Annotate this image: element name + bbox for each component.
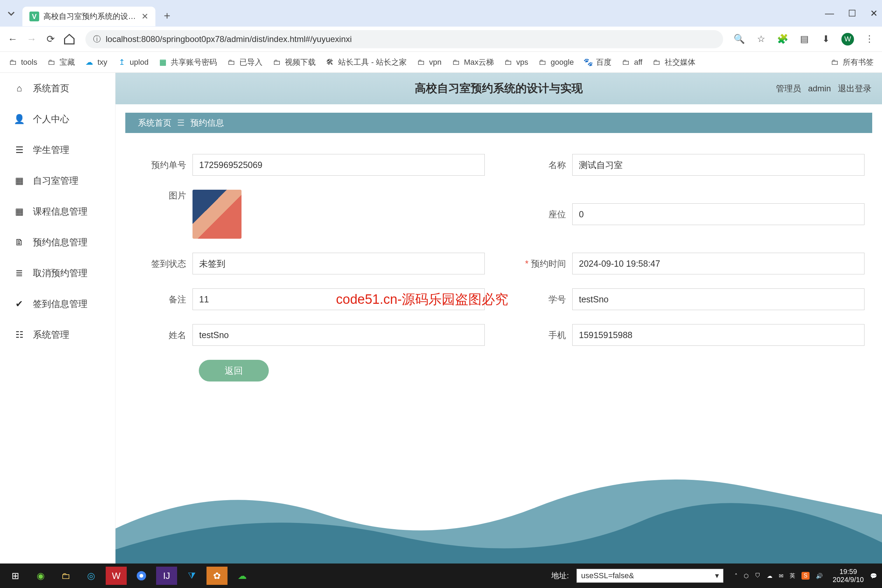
bookmark-star-icon[interactable]: ☆ [754, 33, 767, 45]
breadcrumb-home[interactable]: 系统首页 [138, 117, 171, 129]
bookmark-item[interactable]: 🗀宝藏 [47, 57, 75, 68]
sno-input[interactable] [572, 288, 864, 310]
sidebar-item-system[interactable]: ☷系统管理 [0, 319, 115, 350]
reload-button[interactable]: ⟳ [44, 33, 57, 45]
label-image: 图片 [133, 190, 192, 201]
sidebar-item-room[interactable]: ▦自习室管理 [0, 165, 115, 196]
taskbar-wechat[interactable]: ☁ [232, 567, 253, 585]
sidebar-item-course[interactable]: ▦课程信息管理 [0, 196, 115, 227]
bookmark-item[interactable]: 🗀社交媒体 [652, 57, 696, 68]
phone-input[interactable] [572, 324, 864, 346]
app-header: 高校自习室预约系统的设计与实现 管理员 admin 退出登录 [116, 73, 882, 104]
taskbar-vscode[interactable]: ⧩ [181, 567, 202, 585]
remark-input[interactable] [192, 288, 485, 310]
zoom-icon[interactable]: 🔍 [733, 33, 746, 45]
label-sname: 姓名 [133, 329, 192, 341]
bookmark-item[interactable]: 🗀视频下载 [272, 57, 316, 68]
start-button[interactable]: ⊞ [5, 567, 26, 585]
bookmark-item[interactable]: ☁txy [85, 58, 107, 67]
chevron-down-icon [4, 6, 18, 20]
site-info-icon[interactable]: ⓘ [93, 34, 101, 45]
logout-link[interactable]: 退出登录 [838, 83, 872, 94]
sidebar-item-cancel[interactable]: ≣取消预约管理 [0, 258, 115, 288]
bookmark-item[interactable]: 🗀tools [8, 58, 37, 67]
tab-search-dropdown[interactable] [4, 6, 18, 20]
taskbar-intellij[interactable]: IJ [156, 567, 177, 585]
close-window-button[interactable]: ✕ [870, 8, 878, 19]
tray-volume-icon[interactable]: 🔊 [816, 573, 823, 579]
label-remark: 备注 [133, 294, 192, 305]
tab-close-icon[interactable]: ✕ [141, 12, 148, 21]
breadcrumb: 系统首页 ☰ 预约信息 [125, 113, 872, 133]
home-button[interactable] [63, 33, 76, 45]
folder-icon: 🗀 [417, 58, 426, 67]
sidebar-item-students[interactable]: ☰学生管理 [0, 134, 115, 165]
taskbar-app[interactable]: ◉ [30, 567, 51, 585]
profile-avatar[interactable]: W [842, 33, 854, 45]
sidebar-item-home[interactable]: ⌂系统首页 [0, 73, 115, 104]
tray-icon[interactable]: ⬡ [744, 573, 748, 579]
folder-icon: 🗀 [47, 58, 56, 67]
menu-icon[interactable]: ⋮ [863, 33, 876, 45]
list-icon: ≣ [14, 268, 24, 278]
cloud-icon: ☁ [85, 58, 94, 67]
seat-input[interactable] [572, 203, 864, 225]
maximize-button[interactable]: ☐ [848, 8, 856, 19]
tray-up-icon[interactable]: ˄ [735, 573, 738, 579]
order-no-input[interactable] [192, 154, 485, 176]
header-user: admin [808, 84, 831, 93]
taskbar-app[interactable]: W [106, 567, 127, 585]
folder-icon: 🗀 [538, 58, 547, 67]
bookmark-item[interactable]: 🗀已导入 [227, 57, 262, 68]
name-input[interactable] [572, 154, 864, 176]
taskbar-explorer[interactable]: 🗀 [55, 567, 76, 585]
bookmark-item[interactable]: ▦共享账号密码 [158, 57, 217, 68]
new-tab-button[interactable]: + [164, 9, 171, 22]
url-input[interactable]: ⓘ localhost:8080/springboot0px78/admin/d… [86, 30, 723, 48]
tray-ime[interactable]: 英 [790, 572, 795, 580]
tray-icon[interactable]: ☁ [767, 573, 772, 579]
image-thumbnail[interactable] [192, 190, 242, 239]
tray-icon[interactable]: ⛉ [755, 573, 760, 579]
browser-tab-active[interactable]: V 高校自习室预约系统的设计与实 ✕ [22, 7, 155, 26]
bookmark-item[interactable]: 🐾百度 [584, 57, 612, 68]
all-bookmarks-button[interactable]: 🗀所有书签 [830, 57, 874, 68]
taskbar-app[interactable]: ✿ [207, 567, 228, 585]
back-button[interactable]: 返回 [199, 360, 269, 381]
taskbar-edge[interactable]: ◎ [81, 567, 102, 585]
browser-tab-strip: V 高校自习室预约系统的设计与实 ✕ + — ☐ ✕ [0, 0, 882, 27]
time-input[interactable] [572, 253, 864, 274]
reading-list-icon[interactable]: ▤ [798, 33, 811, 45]
breadcrumb-current: 预约信息 [190, 117, 224, 129]
tray-icon[interactable]: ✉ [779, 573, 783, 579]
home-icon: ⌂ [14, 83, 24, 93]
sidebar-item-profile[interactable]: 👤个人中心 [0, 104, 115, 134]
back-button[interactable]: ← [6, 33, 19, 45]
tab-title: 高校自习室预约系统的设计与实 [44, 11, 137, 22]
bookmark-item[interactable]: 🗀vpn [417, 58, 441, 67]
bookmark-item[interactable]: 🗀aff [621, 58, 642, 67]
label-time: 预约时间 [513, 258, 572, 270]
bookmark-item[interactable]: 🗀vps [504, 58, 528, 67]
forward-button[interactable]: → [25, 33, 38, 45]
header-role: 管理员 [776, 83, 801, 94]
bookmark-item[interactable]: 🗀google [538, 58, 574, 67]
notifications-icon[interactable]: 💬 [870, 573, 877, 579]
taskbar-clock[interactable]: 19:59 2024/9/10 [832, 568, 864, 584]
taskbar-chrome[interactable] [131, 567, 152, 585]
sname-input[interactable] [192, 324, 485, 346]
sidebar-item-reservation[interactable]: 🗎预约信息管理 [0, 227, 115, 258]
bookmark-item[interactable]: 🛠站长工具 - 站长之家 [326, 57, 407, 68]
bookmark-item[interactable]: ↥uplod [117, 58, 149, 67]
sidebar-item-signin[interactable]: ✔签到信息管理 [0, 288, 115, 319]
downloads-icon[interactable]: ⬇ [820, 33, 832, 45]
doc-icon: 🗎 [14, 237, 24, 248]
folder-icon: 🗀 [504, 58, 513, 67]
signin-input[interactable] [192, 253, 485, 274]
taskbar-addr-input[interactable]: useSSL=false&▾ [576, 569, 723, 583]
minimize-button[interactable]: — [825, 8, 834, 19]
bookmark-item[interactable]: 🗀Max云梯 [452, 57, 494, 68]
extensions-icon[interactable]: 🧩 [776, 33, 789, 45]
tray-sogou-icon[interactable]: S [801, 572, 810, 580]
bars-icon: ☷ [14, 329, 24, 340]
